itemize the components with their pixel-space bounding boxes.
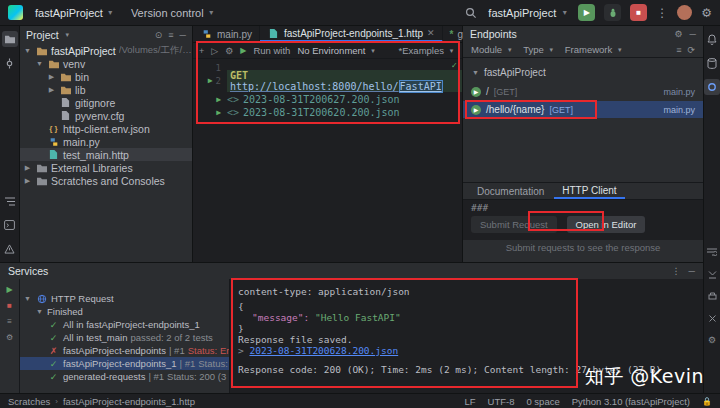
tree-item-gitignore[interactable]: gitignore (20, 96, 192, 109)
service-run-endpoints-error[interactable]: ✗ fastApiProject-endpoints | #1 Status: … (20, 344, 229, 357)
avatar[interactable] (677, 5, 692, 20)
tree-item-http-client-env[interactable]: { } http-client.env.json (20, 122, 192, 135)
settings-gear-icon[interactable]: ⚙ (701, 6, 712, 20)
more-options-icon[interactable]: ⋮ (672, 266, 681, 276)
response-history-row[interactable]: ▶ <> 2023-08-31T200620.200.json (193, 106, 462, 119)
view-options-icon[interactable]: ≡ (676, 45, 681, 55)
run-request-gutter-icon[interactable]: ▶ (208, 76, 213, 85)
run-icon[interactable]: ▶ (240, 46, 246, 55)
softwrap-icon[interactable] (704, 244, 720, 260)
framework-filter[interactable]: Framework▾ (565, 44, 625, 55)
project-tool-icon[interactable] (2, 31, 18, 47)
check-icon: ✓ (47, 332, 60, 344)
service-run-all-test-main[interactable]: ✓ All in test_main passed: 2 of 2 tests (20, 331, 229, 344)
filter-icon[interactable]: ≡ (7, 317, 12, 326)
rerun-icon[interactable]: ▶ (6, 285, 12, 294)
environment-selector[interactable]: No Environment ▾ (297, 45, 377, 56)
tree-item-test-main-http[interactable]: test_main.http (20, 148, 192, 161)
tree-item-venv[interactable]: ▼ venv (20, 57, 192, 70)
encoding-widget[interactable]: UTF-8 (488, 396, 515, 407)
collapse-all-icon[interactable]: ≡ (168, 30, 173, 40)
tab-endpoints-http[interactable]: fastApiProject-endpoints_1.http ✕ (260, 26, 443, 42)
refresh-icon[interactable]: ⟳ (687, 45, 695, 55)
modified-indicator-icon: * (450, 29, 454, 40)
response-history-link[interactable]: 2023-08-31T200627.200.json (243, 94, 400, 105)
endpoints-tool-icon[interactable] (704, 79, 720, 95)
line-ending-widget[interactable]: LF (464, 396, 475, 407)
breadcrumb-file[interactable]: fastApiProject-endpoints_1.http (63, 396, 195, 407)
settings-small-icon[interactable]: ⚙ (704, 332, 720, 348)
request-url[interactable]: http://localhost:8000/hello/ (230, 81, 399, 92)
problems-tool-icon[interactable] (2, 241, 18, 257)
open-in-editor-button[interactable]: Open in Editor (567, 216, 646, 233)
endpoint-row-root[interactable]: ▶ / [GET] main.py (463, 83, 703, 100)
tree-item-lib[interactable]: ▶ lib (20, 83, 192, 96)
tree-item-external-libraries[interactable]: ▶ External Libraries (20, 161, 192, 174)
run-gutter-icon[interactable]: ▶ (216, 108, 221, 117)
hide-panel-icon[interactable]: ─ (690, 29, 696, 39)
project-menu-label: fastApiProject (35, 7, 103, 19)
chevron-expanded-icon: ▼ (23, 47, 32, 54)
stop-icon[interactable]: ■ (7, 301, 12, 310)
close-tab-icon[interactable]: ✕ (427, 28, 435, 38)
run-button[interactable]: ▶ (578, 4, 595, 21)
search-everywhere-icon[interactable] (463, 5, 479, 21)
project-menu[interactable]: fastApiProject ▾ (31, 5, 119, 21)
request-url-highlight[interactable]: FastAPI (399, 80, 443, 93)
response-file-icon: <> (227, 107, 239, 118)
settings-small-icon[interactable]: ⚙ (6, 333, 13, 342)
run-all-requests-icon[interactable]: ▷ (211, 46, 218, 56)
settings-gear-icon[interactable]: ⚙ (675, 29, 683, 39)
scroll-to-end-icon[interactable] (704, 266, 720, 282)
run-gutter-icon[interactable]: ▶ (216, 95, 221, 104)
examples-dropdown[interactable]: *Examples (399, 45, 444, 56)
tree-item-bin[interactable]: ▶ bin (20, 70, 192, 83)
service-run-endpoints-1-selected[interactable]: ✓ fastApiProject-endpoints_1 | #1 Status… (20, 357, 229, 370)
locate-file-icon[interactable]: ⊙ (155, 30, 163, 40)
tree-item-project-root[interactable]: ▼ fastApiProject /Volumes/工作/ChatGPT_Wor (20, 44, 192, 57)
lock-icon[interactable]: 🔒 (702, 397, 712, 406)
pycharm-window: fastApiProject ▾ Version control ▾ fastA… (0, 0, 720, 408)
service-run-generated-requests[interactable]: ✓ generated-requests | #1 Status: 200 (3… (20, 370, 229, 383)
tree-item-pyvenv-cfg[interactable]: pyvenv.cfg (20, 109, 192, 122)
commit-tool-icon[interactable] (2, 55, 18, 71)
type-filter[interactable]: Type▾ (523, 44, 556, 55)
stop-button[interactable]: ■ (630, 4, 647, 21)
debug-button[interactable] (604, 4, 621, 21)
hide-panel-icon[interactable]: ─ (689, 266, 695, 276)
print-icon[interactable] (704, 288, 720, 304)
code-editor[interactable]: ✓ 1 ▶ 2 GET http://localhost:8000/hello/… (193, 59, 462, 262)
response-file-link[interactable]: 2023-08-31T200628.200.json (249, 345, 398, 356)
scratches-folder-icon (35, 175, 48, 187)
add-request-icon[interactable]: + (199, 46, 204, 56)
terminal-tool-icon[interactable] (2, 217, 18, 233)
module-filter[interactable]: Module▾ (471, 44, 514, 55)
service-node-http-request[interactable]: ▼ HTTP Request (20, 292, 229, 305)
submit-request-button[interactable]: Submit Request (471, 216, 557, 233)
indent-widget[interactable]: 0 space (526, 396, 559, 407)
tree-item-main-py[interactable]: main.py (20, 135, 192, 148)
tree-item-scratches[interactable]: ▶ Scratches and Consoles (20, 174, 192, 187)
clear-console-icon[interactable] (704, 310, 720, 326)
service-run-number: | #1 (169, 345, 185, 356)
notifications-bell-icon[interactable] (704, 31, 720, 47)
tab-main-py[interactable]: main.py (193, 26, 260, 42)
tab-documentation[interactable]: Documentation (469, 183, 552, 199)
endpoint-row-hello-name[interactable]: ▶ /hello/{name} [GET] main.py (463, 101, 703, 118)
edit-environment-icon[interactable]: ⚙ (225, 46, 233, 56)
endpoints-group-row[interactable]: ▼ fastApiProject (463, 66, 703, 79)
structure-tool-icon[interactable] (2, 193, 18, 209)
service-node-finished[interactable]: ▼ Finished (20, 305, 229, 318)
database-tool-icon[interactable] (704, 55, 720, 71)
hide-panel-icon[interactable]: ─ (180, 30, 186, 40)
breadcrumb-root[interactable]: Scratches (8, 396, 50, 407)
interpreter-widget[interactable]: Python 3.10 (fastApiProject) (572, 396, 690, 407)
tab-http-client[interactable]: HTTP Client (554, 183, 624, 199)
version-control-menu[interactable]: Version control ▾ (127, 5, 220, 21)
response-history-row[interactable]: ▶ <> 2023-08-31T200627.200.json (193, 93, 462, 106)
service-run-all-endpoints-1[interactable]: ✓ All in fastApiProject-endpoints_1 (20, 318, 229, 331)
run-config-selector[interactable]: fastApiProject ▾ (488, 7, 569, 19)
pycharm-logo-icon[interactable] (8, 5, 23, 20)
more-actions-icon[interactable]: ⋮ (656, 6, 668, 20)
response-history-link[interactable]: 2023-08-31T200620.200.json (243, 107, 400, 118)
